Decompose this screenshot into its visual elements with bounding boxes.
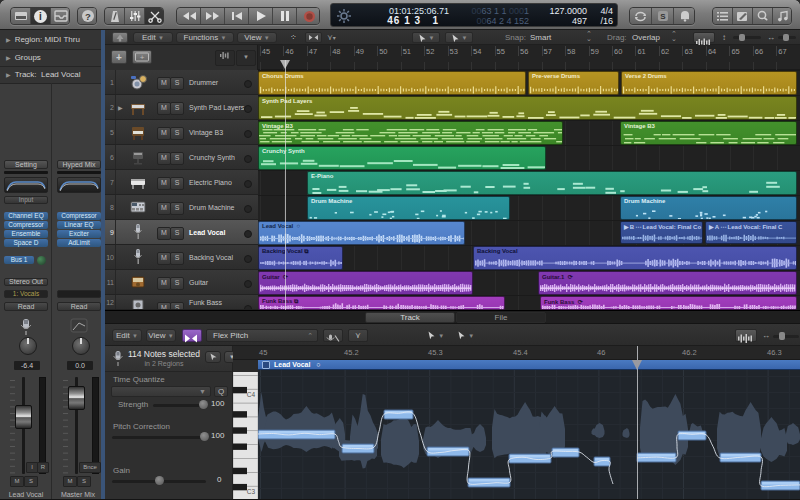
svg-text:i: i xyxy=(39,11,42,22)
svg-text:C3: C3 xyxy=(247,488,256,495)
svg-text:+: + xyxy=(140,53,145,62)
svg-text:C4: C4 xyxy=(247,391,256,398)
svg-text:?: ? xyxy=(85,11,91,22)
svg-text:S: S xyxy=(660,12,666,21)
